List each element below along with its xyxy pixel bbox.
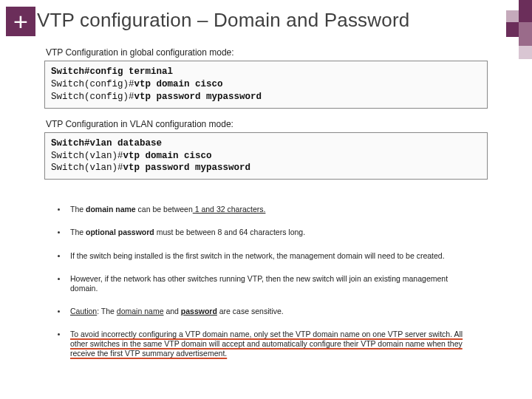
bullet-icon: [58, 208, 60, 211]
slide-content: VTP Configuration in global configuratio…: [0, 40, 532, 358]
bullet-text: If the switch being installed is the fir…: [70, 251, 445, 261]
section-label-global: VTP Configuration in global configuratio…: [46, 47, 488, 58]
command-box-vlan: Switch#vlan database Switch(vlan)#vtp do…: [44, 132, 488, 180]
bullet-text: Caution: The domain name and password ar…: [70, 307, 284, 316]
bullet-text: To avoid incorrectly configuring a VTP d…: [70, 330, 474, 358]
cmd-prompt: Switch(vlan)#: [51, 151, 123, 161]
list-item: Caution: The domain name and password ar…: [58, 307, 474, 316]
corner-decoration: [466, 0, 532, 59]
cmd-line: Switch#vlan database: [51, 138, 162, 149]
cmd-prompt: Switch(config)#: [51, 92, 134, 102]
bullet-text: The domain name can be between 1 and 32 …: [70, 205, 265, 214]
cmd-text: vtp password mypassword: [123, 163, 251, 173]
list-item: To avoid incorrectly configuring a VTP d…: [58, 330, 474, 358]
command-box-global: Switch#config terminal Switch(config)#vt…: [44, 61, 488, 109]
bullet-icon: [58, 255, 60, 257]
cmd-prompt: Switch(config)#: [51, 79, 134, 89]
list-item: If the switch being installed is the fir…: [58, 251, 474, 261]
cmd-line: Switch#config terminal: [51, 66, 173, 77]
bullet-list: The domain name can be between 1 and 32 …: [44, 205, 488, 358]
list-item: However, if the network has other switch…: [58, 274, 474, 293]
plus-icon: +: [6, 7, 35, 36]
bullet-icon: [58, 278, 60, 280]
bullet-icon: [58, 333, 60, 335]
cmd-text: vtp domain cisco: [134, 79, 223, 89]
list-item: The optional password must be between 8 …: [58, 228, 474, 237]
cmd-text: vtp domain cisco: [123, 151, 212, 161]
bullet-text: The optional password must be between 8 …: [70, 228, 305, 237]
list-item: The domain name can be between 1 and 32 …: [58, 205, 474, 214]
bullet-icon: [58, 310, 60, 313]
section-label-vlan: VTP Configuration in VLAN configuration …: [46, 119, 488, 129]
cmd-text: vtp password mypassword: [134, 92, 262, 102]
bullet-text: However, if the network has other switch…: [70, 274, 474, 293]
page-title: VTP configuration – Domain and Password: [37, 9, 409, 32]
cmd-prompt: Switch(vlan)#: [51, 163, 123, 173]
bullet-icon: [58, 231, 60, 233]
slide-header: + VTP configuration – Domain and Passwor…: [0, 0, 532, 40]
